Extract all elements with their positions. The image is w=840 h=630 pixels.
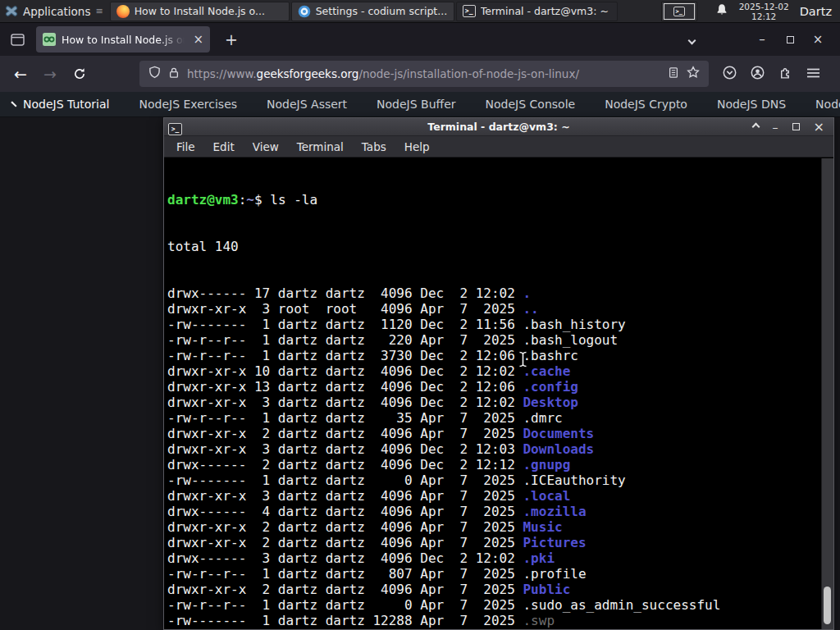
terminal-window-controls: – ×	[753, 121, 833, 134]
terminal-listing-line: drwxr-xr-x 3 dartz dartz 4096 Apr 7 2025…	[167, 488, 821, 504]
close-button[interactable]: ×	[814, 121, 824, 134]
firefox-view-icon[interactable]	[5, 27, 30, 52]
minimize-button[interactable]: –	[748, 32, 776, 47]
tracking-protection-shield-icon[interactable]	[148, 66, 161, 82]
command-text: ls -la	[270, 192, 317, 208]
terminal-listing-line: -rw------- 1 dartz dartz 1120 Dec 2 11:5…	[167, 317, 821, 332]
tab-close-icon[interactable]: ×	[193, 34, 203, 46]
mouse-cursor	[518, 351, 528, 368]
minimize-button[interactable]: –	[773, 124, 778, 130]
menu-edit[interactable]: Edit	[204, 140, 244, 153]
task-label: How to Install Node.js o...	[135, 5, 265, 17]
file-name: .bash_logout	[523, 332, 618, 348]
file-name: Pictures	[523, 535, 586, 550]
nav-link-tutorial[interactable]: NodeJS Tutorial	[23, 98, 109, 111]
toolbar-icons	[723, 66, 820, 83]
task-label: Terminal - dartz@vm3: ~	[481, 5, 609, 17]
workspace-switcher[interactable]: >_	[661, 2, 697, 21]
forward-button[interactable]: →	[38, 62, 62, 86]
firefox-toolbar: ← → https://www.geeksforgeeks.org/node-j…	[0, 56, 840, 92]
terminal-content: dartz@vm3:~$ ls -la total 140 drwx------…	[164, 158, 821, 629]
terminal-listing-line: drwxr-xr-x 10 dartz dartz 4096 Dec 2 12:…	[167, 363, 821, 379]
terminal-listing-line: drwxr-xr-x 2 dartz dartz 4096 Apr 7 2025…	[167, 426, 821, 441]
lock-icon[interactable]	[168, 66, 180, 82]
workspace-1: >_	[664, 3, 695, 20]
file-name: Public	[523, 582, 570, 597]
terminal-listing-line: drwx------ 3 dartz dartz 4096 Dec 2 12:0…	[167, 550, 821, 566]
nav-link-dns[interactable]: NodeJS DNS	[717, 98, 786, 111]
maximize-button[interactable]	[776, 32, 804, 47]
file-name: Downloads	[523, 441, 594, 457]
prompt-line: dartz@vm3:~$ ls -la	[167, 192, 821, 208]
file-name: .mozilla	[523, 504, 586, 519]
xfce-logo-icon	[5, 5, 18, 18]
site-navbar: NodeJS Tutorial NodeJS Exercises NodeJS …	[0, 92, 840, 117]
file-name: .ICEauthority	[523, 472, 625, 488]
reload-icon[interactable]	[67, 62, 92, 86]
top-panel: Applications ≡ How to Install Node.js o.…	[0, 0, 840, 23]
menu-help[interactable]: Help	[395, 140, 439, 153]
terminal-title: Terminal - dartz@vm3: ~	[164, 121, 833, 133]
geeksforgeeks-favicon	[43, 33, 56, 46]
taskbar-item-terminal[interactable]: >_ Terminal - dartz@vm3: ~	[456, 2, 618, 21]
bookmark-star-icon[interactable]	[687, 66, 700, 82]
file-name: .	[523, 285, 531, 301]
list-all-tabs-icon[interactable]	[678, 32, 705, 47]
clock[interactable]: 2025-12-02 12:12	[739, 2, 789, 21]
prompt-cwd: ~	[246, 192, 254, 208]
menu-terminal[interactable]: Terminal	[288, 140, 353, 153]
file-name: Desktop	[523, 395, 578, 410]
terminal-listing-line: drwxr-xr-x 2 dartz dartz 4096 Apr 7 2025…	[167, 628, 821, 629]
menu-hamburger-icon[interactable]	[806, 66, 820, 82]
taskbar-item-firefox[interactable]: How to Install Node.js o...	[110, 2, 290, 21]
file-name: .profile	[523, 566, 586, 582]
file-name: .bashrc	[523, 348, 578, 363]
taskbar-item-settings[interactable]: Settings - codium script...	[291, 2, 454, 21]
firefox-tab-bar: How to Install Node.js on × + – ×	[0, 23, 840, 56]
scrollbar-thumb[interactable]	[824, 587, 831, 624]
url-text: https://www.geeksforgeeks.org/node-js/in…	[187, 67, 660, 80]
file-name: .dmrc	[523, 410, 562, 426]
applications-menu-button[interactable]: Applications ≡	[0, 0, 109, 23]
file-name: .sudo_as_admin_successful	[523, 597, 720, 613]
new-tab-button[interactable]: +	[220, 28, 243, 51]
back-button[interactable]: ←	[8, 62, 33, 86]
menu-tabs[interactable]: Tabs	[353, 140, 395, 153]
notification-bell-icon[interactable]	[715, 3, 728, 20]
account-icon[interactable]	[751, 66, 765, 83]
terminal-listing-line: -rw-r--r-- 1 dartz dartz 0 Apr 7 2025 .s…	[167, 597, 821, 613]
nav-link-assert[interactable]: NodeJS Assert	[267, 98, 347, 111]
close-button[interactable]: ×	[804, 32, 832, 47]
nav-link-more[interactable]: Node	[815, 98, 840, 111]
menu-file[interactable]: File	[167, 140, 204, 153]
maximize-button[interactable]	[792, 123, 800, 130]
session-user[interactable]: Dartz	[800, 5, 832, 18]
terminal-titlebar[interactable]: >_ Terminal - dartz@vm3: ~ – ×	[164, 118, 833, 136]
terminal-scrollbar[interactable]	[821, 158, 833, 629]
shade-button[interactable]	[751, 123, 760, 131]
task-label: Settings - codium script...	[316, 5, 447, 17]
browser-tab[interactable]: How to Install Node.js on ×	[36, 26, 210, 52]
reader-view-icon[interactable]	[668, 66, 679, 82]
file-name: Music	[523, 519, 562, 535]
firefox-icon	[116, 5, 130, 18]
nav-link-crypto[interactable]: NodeJS Crypto	[605, 98, 687, 111]
terminal-window: >_ Terminal - dartz@vm3: ~ – × File Edit…	[163, 117, 834, 630]
terminal-listing-line: drwx------ 2 dartz dartz 4096 Dec 2 12:1…	[167, 457, 821, 472]
menu-view[interactable]: View	[244, 140, 288, 153]
url-bar[interactable]: https://www.geeksforgeeks.org/node-js/in…	[139, 61, 709, 87]
prompt-user-host: dartz@vm3	[167, 192, 239, 208]
window-controls: – ×	[678, 32, 840, 47]
terminal-listing-line: drwx------ 17 dartz dartz 4096 Dec 2 12:…	[167, 285, 821, 301]
file-name: .config	[523, 379, 578, 395]
terminal-listing-line: drwxr-xr-x 13 dartz dartz 4096 Dec 2 12:…	[167, 379, 821, 395]
nav-link-console[interactable]: NodeJS Console	[486, 98, 576, 111]
terminal-icon: >_	[673, 7, 685, 16]
file-name: ..	[523, 301, 538, 317]
file-name: Documents	[523, 426, 594, 441]
nav-scroll-left-icon[interactable]	[11, 101, 16, 107]
nav-link-buffer[interactable]: NodeJS Buffer	[377, 98, 456, 111]
pocket-icon[interactable]	[723, 66, 737, 83]
extensions-puzzle-icon[interactable]	[778, 66, 792, 83]
nav-link-exercises[interactable]: NodeJS Exercises	[139, 98, 237, 111]
